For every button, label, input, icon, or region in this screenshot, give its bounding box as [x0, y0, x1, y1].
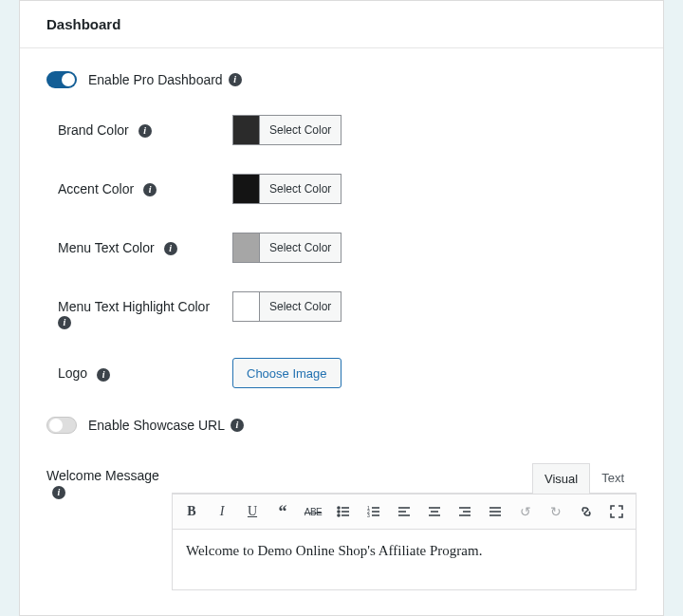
info-icon[interactable]: i	[58, 316, 71, 329]
accent-color-label-text: Accent Color	[58, 181, 134, 196]
enable-showcase-url-toggle[interactable]	[46, 417, 77, 434]
accent-select-color-button[interactable]: Select Color	[260, 175, 341, 203]
editor-box: B I U “ ABE 123 ↺ ↻	[172, 493, 637, 590]
welcome-message-label: Welcome Message i	[46, 462, 172, 498]
menu-text-color-label: Menu Text Color i	[58, 233, 232, 255]
info-icon[interactable]: i	[143, 183, 157, 196]
menu-text-color-swatch	[233, 233, 260, 262]
brand-color-label-text: Brand Color	[58, 122, 129, 138]
enable-showcase-url-row: Enable Showcase URL i	[46, 417, 637, 434]
accent-color-label: Accent Color i	[58, 174, 232, 196]
logo-label-text: Logo	[58, 365, 87, 381]
info-icon[interactable]: i	[138, 124, 152, 138]
brand-color-label: Brand Color i	[58, 115, 232, 138]
menu-text-color-label-text: Menu Text Color	[58, 240, 155, 255]
tab-visual[interactable]: Visual	[532, 463, 590, 494]
enable-pro-dashboard-toggle[interactable]	[46, 71, 77, 88]
enable-pro-dashboard-row: Enable Pro Dashboard i	[46, 71, 637, 88]
panel-title: Dashboard	[20, 1, 663, 48]
menu-text-color-control[interactable]: Select Color	[232, 233, 342, 263]
align-center-icon[interactable]	[421, 498, 448, 525]
menu-text-highlight-color-row: Menu Text Highlight Color i Select Color	[58, 291, 637, 329]
logo-label: Logo i	[58, 358, 232, 381]
svg-point-0	[338, 507, 340, 509]
align-right-icon[interactable]	[452, 498, 478, 525]
align-left-icon[interactable]	[391, 498, 417, 525]
italic-icon[interactable]: I	[209, 498, 235, 525]
menu-text-color-row: Menu Text Color i Select Color	[58, 233, 637, 263]
enable-showcase-url-label: Enable Showcase URL	[88, 418, 225, 433]
menu-text-select-color-button[interactable]: Select Color	[260, 233, 341, 262]
editor-wrap: Visual Text B I U “ ABE 123	[172, 462, 637, 590]
enable-pro-dashboard-label: Enable Pro Dashboard	[88, 72, 223, 87]
info-icon[interactable]: i	[231, 419, 244, 432]
dashboard-panel: Dashboard Enable Pro Dashboard i Brand C…	[19, 0, 664, 616]
fullscreen-icon[interactable]	[603, 498, 630, 525]
brand-select-color-button[interactable]: Select Color	[260, 116, 341, 144]
editor-toolbar: B I U “ ABE 123 ↺ ↻	[173, 494, 636, 530]
brand-color-row: Brand Color i Select Color	[58, 115, 637, 145]
brand-color-control[interactable]: Select Color	[232, 115, 342, 145]
tab-text[interactable]: Text	[590, 462, 637, 493]
numbered-list-icon[interactable]: 123	[360, 498, 387, 525]
info-icon[interactable]: i	[164, 242, 177, 255]
brand-color-swatch	[233, 116, 260, 144]
align-justify-icon[interactable]	[482, 498, 508, 525]
svg-point-1	[338, 511, 340, 513]
strikethrough-icon[interactable]: ABE	[300, 498, 326, 525]
menu-text-highlight-color-label: Menu Text Highlight Color i	[58, 291, 232, 329]
welcome-message-label-text: Welcome Message	[46, 468, 159, 483]
welcome-message-row: Welcome Message i Visual Text B I U “ AB…	[46, 462, 637, 590]
accent-color-row: Accent Color i Select Color	[58, 174, 637, 204]
menu-text-highlight-color-label-text: Menu Text Highlight Color	[58, 299, 210, 314]
menu-text-highlight-color-control[interactable]: Select Color	[232, 291, 342, 322]
choose-image-button[interactable]: Choose Image	[232, 358, 342, 388]
info-icon[interactable]: i	[97, 368, 110, 382]
accent-color-control[interactable]: Select Color	[232, 174, 342, 204]
blockquote-icon[interactable]: “	[269, 498, 296, 525]
info-icon[interactable]: i	[52, 486, 65, 499]
bullet-list-icon[interactable]	[330, 498, 357, 525]
editor-tabs: Visual Text	[172, 462, 637, 493]
accent-color-swatch	[233, 175, 260, 203]
svg-text:3: 3	[367, 513, 370, 518]
editor-content[interactable]: Welcome to Demo Online Shop's Affiliate …	[173, 530, 636, 589]
redo-icon[interactable]: ↻	[543, 498, 569, 525]
logo-row: Logo i Choose Image	[58, 358, 637, 388]
info-icon[interactable]: i	[229, 73, 242, 86]
underline-icon[interactable]: U	[239, 498, 266, 525]
svg-point-2	[338, 514, 340, 516]
link-icon[interactable]	[573, 498, 600, 525]
bold-icon[interactable]: B	[178, 498, 205, 525]
undo-icon[interactable]: ↺	[512, 498, 539, 525]
menu-text-highlight-select-color-button[interactable]: Select Color	[260, 292, 341, 321]
panel-body: Enable Pro Dashboard i Brand Color i Sel…	[20, 48, 663, 615]
menu-text-highlight-color-swatch	[233, 292, 260, 321]
